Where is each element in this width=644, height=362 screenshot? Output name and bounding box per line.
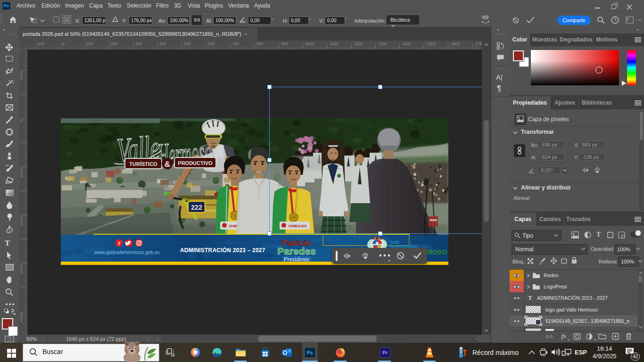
svg-text:?: ? xyxy=(614,17,617,23)
svg-text:www.gadvallehermoso.gob.ec: www.gadvallehermoso.gob.ec xyxy=(94,249,160,255)
svg-text:Paredes: Paredes xyxy=(277,246,316,256)
svg-text:ADMINISTRACIÓN 2023 – 2027: ADMINISTRACIÓN 2023 – 2027 xyxy=(180,247,265,254)
svg-text:Presidente: Presidente xyxy=(283,255,309,263)
svg-text:f: f xyxy=(118,240,120,246)
